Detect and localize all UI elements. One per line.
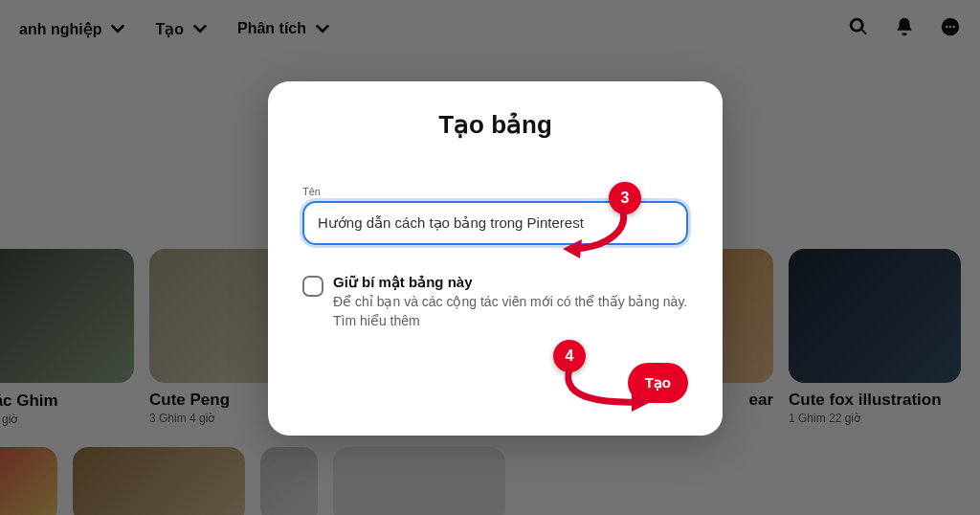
secret-title: Giữ bí mật bảng này — [333, 274, 688, 291]
secret-checkbox[interactable] — [302, 276, 323, 297]
step-badge-4: 4 — [553, 340, 586, 372]
secret-description: Để chỉ bạn và các cộng tác viên mới có t… — [333, 293, 688, 330]
step-badge-3: 3 — [609, 182, 641, 214]
board-name-value: Hướng dẫn cách tạo bảng trong Pinterest — [318, 214, 584, 232]
modal-title: Tạo bảng — [302, 110, 688, 140]
page-root: anh nghiệp Tạo Phân tích — [0, 0, 980, 515]
create-button[interactable]: Tạo — [628, 363, 688, 403]
secret-option: Giữ bí mật bảng này Để chỉ bạn và các cộ… — [302, 274, 688, 330]
create-board-modal: Tạo bảng Tên Hướng dẫn cách tạo bảng tro… — [268, 81, 723, 436]
